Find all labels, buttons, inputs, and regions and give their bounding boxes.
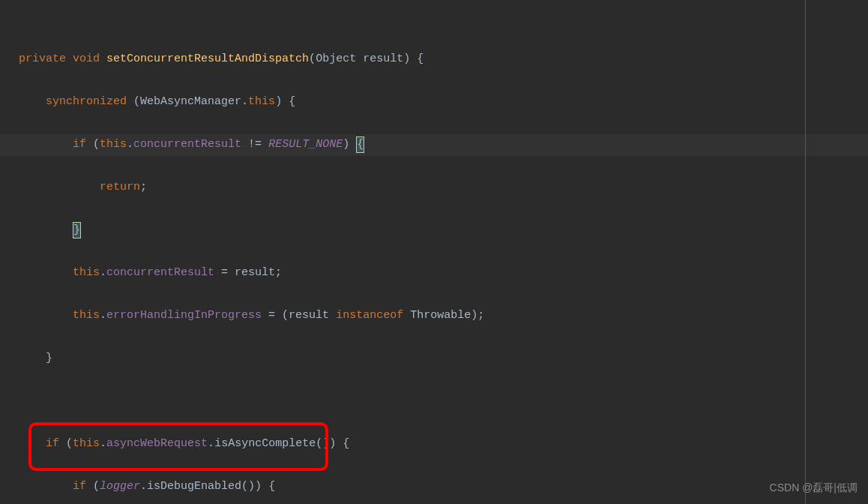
field: concurrentResult — [133, 138, 241, 151]
keyword-this: this — [73, 266, 100, 279]
dot: . — [140, 480, 147, 493]
code-line[interactable]: } — [0, 348, 868, 370]
code-line[interactable]: } — [0, 220, 868, 242]
paren: ( — [59, 437, 73, 450]
paren: ()) — [241, 480, 262, 493]
type: Throwable — [410, 309, 471, 322]
paren: ) — [403, 52, 410, 65]
field: concurrentResult — [106, 266, 214, 279]
matched-brace: { — [356, 136, 364, 153]
code-editor[interactable]: private void setConcurrentResultAndDispa… — [0, 0, 868, 504]
editor-margin-line — [805, 0, 806, 504]
code-line[interactable]: synchronized (WebAsyncManager.this) { — [0, 92, 868, 113]
brace: } — [46, 352, 52, 364]
brace: { — [262, 480, 275, 493]
keyword-this: this — [248, 95, 275, 108]
keyword-this: this — [73, 309, 100, 322]
code-line[interactable]: if (this.asyncWebRequest.isAsyncComplete… — [0, 434, 868, 455]
semi: ; — [140, 181, 147, 194]
keyword-void: void — [73, 52, 100, 65]
code-line[interactable]: private void setConcurrentResultAndDispa… — [0, 49, 868, 70]
paren: ( — [86, 480, 100, 493]
keyword-this: this — [73, 437, 100, 450]
paren: ) — [471, 309, 477, 322]
type: Object — [316, 52, 356, 65]
paren: ()) — [316, 437, 336, 450]
method-call: isDebugEnabled — [147, 480, 241, 493]
param: result — [363, 52, 403, 65]
operator: = — [214, 266, 235, 279]
keyword-instanceof: instanceof — [336, 309, 403, 322]
brace: { — [282, 95, 295, 108]
paren: ( — [86, 138, 100, 151]
keyword-synchronized: synchronized — [46, 95, 127, 108]
method-name: setConcurrentResultAndDispatch — [106, 52, 309, 65]
dot: . — [100, 437, 106, 450]
brace: { — [410, 52, 424, 65]
constant: RESULT_NONE — [268, 138, 343, 151]
code-line[interactable]: this.errorHandlingInProgress = (result i… — [0, 305, 868, 327]
dot: . — [100, 309, 106, 322]
paren: ( — [127, 95, 140, 108]
code-line[interactable]: this.concurrentResult = result; — [0, 262, 868, 284]
keyword-return: return — [100, 181, 140, 194]
paren: ( — [309, 52, 316, 65]
paren: ) — [275, 95, 282, 108]
code-line-empty[interactable] — [0, 391, 868, 412]
semi: ; — [477, 309, 484, 322]
semi: ; — [275, 266, 282, 279]
watermark-text: CSDN @磊哥|低调 — [770, 477, 858, 499]
dot: . — [100, 266, 106, 279]
dot: . — [241, 95, 248, 108]
code-line[interactable]: if (logger.isDebugEnabled()) { — [0, 476, 868, 498]
paren: ) — [343, 138, 349, 151]
brace: { — [336, 437, 349, 450]
matched-brace: } — [73, 222, 81, 238]
keyword-this: this — [100, 138, 127, 151]
operator: = ( — [262, 309, 289, 322]
dot: . — [208, 437, 214, 450]
code-line-active[interactable]: if (this.concurrentResult != RESULT_NONE… — [0, 134, 868, 156]
method-call: isAsyncComplete — [214, 437, 316, 450]
variable: result — [289, 309, 329, 322]
keyword-if: if — [73, 480, 86, 493]
keyword-if: if — [46, 437, 59, 450]
variable: result — [235, 266, 275, 279]
keyword-private: private — [19, 52, 66, 65]
code-line[interactable]: return; — [0, 177, 868, 199]
field: asyncWebRequest — [106, 437, 208, 450]
operator: != — [241, 138, 268, 151]
logger-field: logger — [100, 480, 140, 493]
field: errorHandlingInProgress — [106, 309, 262, 322]
class-name: WebAsyncManager — [140, 95, 241, 108]
dot: . — [127, 138, 133, 151]
keyword-if: if — [73, 138, 86, 151]
